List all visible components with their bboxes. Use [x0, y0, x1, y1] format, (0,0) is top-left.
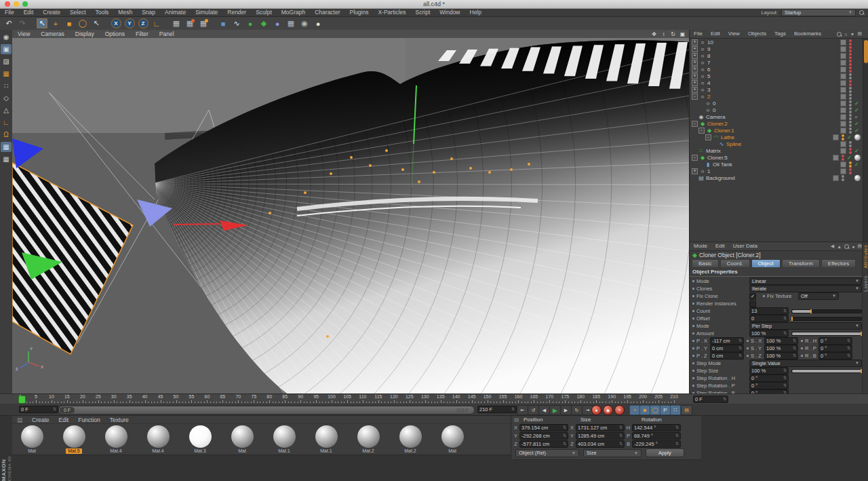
value-field[interactable]: 0 °⇅ [818, 352, 852, 360]
coord-rotation-field[interactable]: 68.749 °⇅ [632, 432, 681, 440]
visibility-dots[interactable] [849, 128, 852, 134]
object-row-light-6[interactable]: +○6 [690, 66, 862, 73]
slider-amount[interactable] [791, 332, 862, 336]
material-item[interactable]: Mat [229, 425, 255, 454]
object-row-light-4[interactable]: +○4 [690, 79, 862, 86]
stepper-icon[interactable]: ⇅ [783, 368, 787, 374]
disabled-x-icon[interactable]: × [854, 114, 861, 120]
layer-swatch[interactable] [840, 148, 846, 154]
material-item[interactable]: Mat.1 [313, 425, 339, 454]
layer-swatch[interactable] [840, 46, 846, 52]
layer-swatch[interactable] [840, 141, 846, 147]
value-field[interactable]: 0 °⇅ [749, 382, 789, 389]
material-item[interactable]: Mat [439, 425, 465, 454]
expander-icon[interactable]: - [692, 121, 698, 127]
material-item[interactable]: Mat.2 [397, 425, 423, 454]
power-slider[interactable]: 0 F 210 F [58, 406, 475, 415]
object-menu-file[interactable]: File [690, 30, 707, 38]
expander-icon[interactable]: + [692, 53, 698, 59]
value-field[interactable]: -117 cm⇅ [710, 337, 744, 345]
z-axis-toggle[interactable]: Z [137, 18, 149, 29]
coord-position-field[interactable]: -577.811 cm⇅ [519, 440, 568, 448]
home-icon[interactable]: ⌂ [844, 32, 847, 37]
undo-icon[interactable]: ↶ [3, 18, 15, 29]
object-row-light-7[interactable]: +○7 [690, 59, 862, 66]
material-item[interactable]: Mat.3 [187, 425, 213, 454]
object-menu-tags[interactable]: Tags [770, 30, 790, 38]
layout-dropdown[interactable]: Startup ▼ [781, 9, 856, 16]
stepper-icon[interactable]: ⇅ [738, 353, 742, 359]
slider-count[interactable] [791, 309, 862, 313]
material-menu-function[interactable]: Function [73, 417, 105, 423]
next-frame-button[interactable]: ▶ [560, 405, 572, 415]
menu-edit[interactable]: Edit [19, 9, 39, 16]
material-item[interactable]: Mat.2 [355, 425, 381, 454]
stepper-icon[interactable]: ⇅ [738, 345, 742, 351]
visibility-dots[interactable] [842, 175, 844, 181]
y-axis-toggle[interactable]: Y [123, 18, 136, 29]
stepper-icon[interactable]: ⇅ [675, 433, 679, 439]
planar-workplane-icon[interactable]: ▦ [1, 154, 12, 164]
layer-swatch[interactable] [840, 39, 846, 45]
visibility-dots[interactable] [849, 161, 852, 168]
object-row-light-3[interactable]: +○3 [690, 86, 862, 93]
stepper-icon[interactable]: ⇅ [619, 441, 623, 447]
material-preview[interactable] [231, 425, 254, 448]
enabled-check-icon[interactable]: ✓ [854, 107, 861, 113]
material-item[interactable]: Mat.1 [271, 425, 297, 454]
value-field[interactable]: 100 %⇅ [764, 352, 798, 360]
expander-icon[interactable]: + [692, 73, 698, 79]
material-preview[interactable] [315, 425, 338, 448]
visibility-dots[interactable] [849, 80, 852, 86]
object-row-light-9[interactable]: +○9 [690, 45, 862, 52]
value-field[interactable]: 100 %⇅ [749, 367, 789, 374]
x-axis-toggle[interactable]: X [110, 18, 122, 29]
current-frame-field[interactable]: 0 F⇅ [19, 406, 58, 413]
menu-script[interactable]: Script [411, 9, 435, 16]
expander-icon[interactable]: - [692, 155, 698, 161]
make-editable-icon[interactable]: ◉ [1, 32, 12, 42]
layer-swatch[interactable] [840, 121, 846, 127]
enabled-check-icon[interactable]: ✓ [854, 121, 861, 127]
visibility-dots[interactable] [842, 134, 844, 140]
search-icon[interactable] [844, 244, 849, 249]
dropdown-step-mode[interactable]: Single Value▼ [749, 360, 862, 367]
viewport-menu-display[interactable]: Display [70, 30, 100, 38]
menu-mesh[interactable]: Mesh [113, 9, 137, 16]
value-field[interactable]: 0 cm⇅ [710, 352, 744, 360]
record-parameter-toggle[interactable]: P [660, 405, 671, 415]
panel-menu-icon[interactable]: ▤ [857, 244, 862, 249]
value-field[interactable]: 100 %⇅ [764, 337, 798, 345]
visibility-dots[interactable] [849, 60, 852, 66]
stepper-icon[interactable]: ⇅ [675, 441, 679, 447]
dropdown-mode[interactable]: Linear▼ [749, 277, 862, 285]
menu-simulate[interactable]: Simulate [191, 9, 222, 16]
stepper-icon[interactable]: ⇅ [53, 406, 56, 412]
stepper-icon[interactable]: ⇅ [783, 383, 787, 389]
coord-position-field[interactable]: 379.154 cm⇅ [519, 424, 568, 431]
keyframe-selection-button[interactable]: ? [614, 405, 625, 415]
zoom-view-icon[interactable]: ↕ [660, 31, 667, 37]
object-row-light-0[interactable]: ○0✓ [690, 100, 862, 107]
visibility-dots[interactable] [849, 87, 852, 93]
viewport-menu-cameras[interactable]: Cameras [35, 30, 69, 38]
object-row-light-1[interactable]: +○1 [690, 168, 862, 174]
layer-swatch[interactable] [840, 94, 846, 100]
stepper-icon[interactable]: ⇅ [847, 345, 850, 351]
visibility-dots[interactable] [849, 94, 852, 100]
move-tool[interactable]: + [50, 18, 62, 29]
viewport-menu-options[interactable]: Options [100, 30, 130, 38]
value-field[interactable]: 0 °⇅ [818, 337, 852, 345]
add-generator-button[interactable]: ● [244, 18, 256, 29]
object-row-light-2[interactable]: -○2 [690, 93, 862, 100]
play-mode-button[interactable]: ↺ [528, 405, 539, 415]
object-menu-edit[interactable]: Edit [707, 30, 724, 38]
lock-workplane-icon[interactable]: ▦ [1, 142, 12, 152]
stepper-icon[interactable]: ⇅ [563, 433, 566, 439]
viewport-menu-view[interactable]: View [12, 30, 35, 38]
menu-create[interactable]: Create [38, 9, 65, 16]
object-menu-objects[interactable]: Objects [744, 30, 770, 38]
value-field[interactable]: 13⇅ [749, 307, 789, 315]
add-spline-button[interactable]: ∿ [231, 18, 243, 29]
expander-icon[interactable]: + [692, 80, 698, 86]
